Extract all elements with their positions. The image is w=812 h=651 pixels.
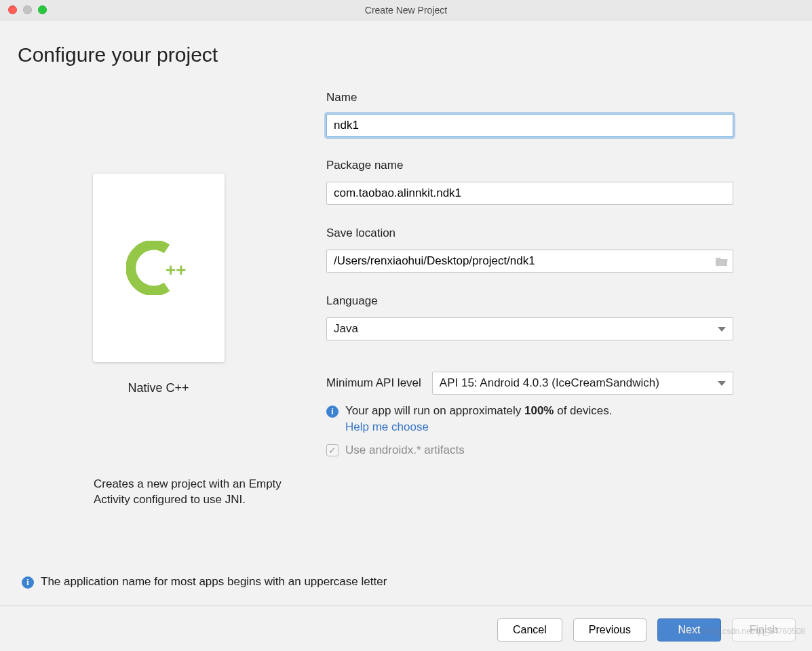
- chevron-down-icon: [718, 381, 726, 386]
- maximize-icon[interactable]: [38, 5, 47, 14]
- androidx-label: Use androidx.* artifacts: [345, 443, 465, 457]
- close-icon[interactable]: [8, 5, 17, 14]
- language-label: Language: [326, 294, 733, 308]
- window-controls: [0, 5, 47, 14]
- androidx-checkbox: ✓: [326, 444, 339, 456]
- window-title: Create New Project: [0, 5, 812, 16]
- package-label: Package name: [326, 159, 733, 172]
- folder-open-icon[interactable]: [714, 255, 729, 267]
- button-bar: Cancel Previous Next Finish: [497, 618, 796, 642]
- finish-button: Finish: [732, 618, 796, 642]
- language-select[interactable]: Java: [326, 317, 733, 340]
- next-button[interactable]: Next: [657, 618, 721, 642]
- template-description: Creates a new project with an Empty Acti…: [18, 477, 299, 508]
- api-level-select[interactable]: API 15: Android 4.0.3 (IceCreamSandwich): [432, 372, 733, 395]
- minimize-icon: [23, 5, 32, 14]
- cancel-button[interactable]: Cancel: [497, 618, 562, 642]
- divider: [0, 606, 812, 606]
- svg-text:++: ++: [166, 260, 186, 280]
- location-label: Save location: [326, 226, 733, 240]
- page-title: Configure your project: [18, 43, 794, 66]
- template-name: Native C++: [128, 381, 189, 395]
- titlebar: Create New Project: [0, 0, 812, 20]
- name-input[interactable]: [326, 114, 733, 137]
- language-value: Java: [334, 322, 358, 336]
- api-label: Minimum API level: [326, 376, 421, 390]
- androidx-checkbox-row: ✓ Use androidx.* artifacts: [326, 443, 733, 457]
- chevron-down-icon: [718, 327, 726, 332]
- compatibility-text: Your app will run on approximately 100% …: [345, 404, 612, 418]
- info-icon: i: [326, 406, 339, 418]
- package-input[interactable]: [326, 182, 733, 205]
- info-icon: i: [22, 576, 34, 589]
- template-preview: ++: [93, 174, 225, 362]
- footer-info: i The application name for most apps beg…: [22, 575, 387, 589]
- help-me-choose-link[interactable]: Help me choose: [345, 420, 733, 434]
- previous-button[interactable]: Previous: [573, 618, 646, 642]
- footer-text: The application name for most apps begin…: [41, 575, 387, 589]
- cpp-icon: ++: [126, 241, 191, 295]
- location-input[interactable]: [326, 250, 733, 273]
- name-label: Name: [326, 91, 733, 104]
- api-value: API 15: Android 4.0.3 (IceCreamSandwich): [440, 376, 659, 390]
